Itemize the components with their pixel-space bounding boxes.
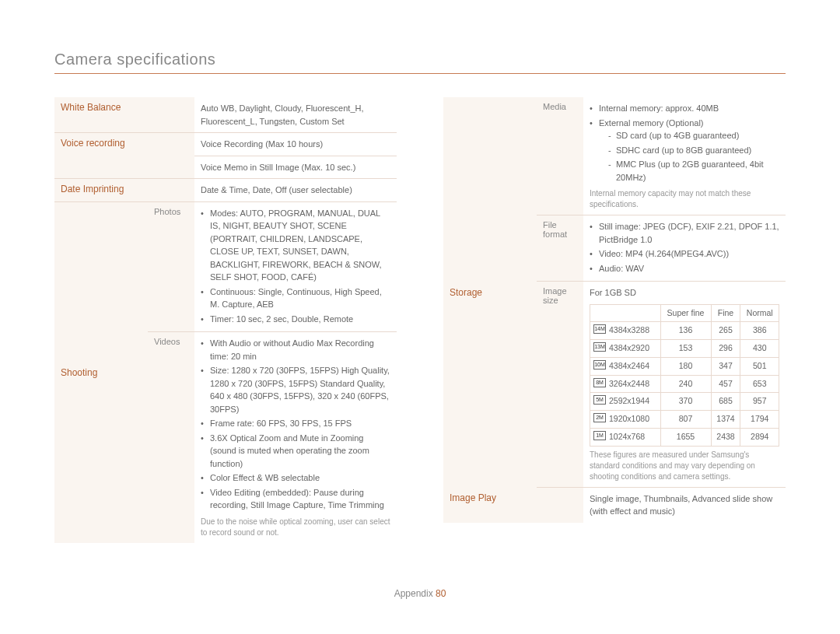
resolution-cell: 1M1024x768 [590, 428, 661, 446]
table-cell: 265 [711, 322, 740, 340]
image-play-label: Image Play [443, 487, 583, 523]
table-cell: 2438 [711, 428, 740, 446]
table-cell: 180 [660, 357, 711, 375]
white-balance-label: White Balance [54, 97, 194, 133]
table-cell: 457 [711, 375, 740, 393]
list-item: Video Editing (embedded): Pause during r… [201, 486, 390, 512]
storage-imagesize-value: For 1GB SD Super fineFineNormal14M4384x3… [583, 282, 786, 488]
shooting-photos-list: Modes: AUTO, PROGRAM, MANUAL, DUAL IS, N… [201, 207, 390, 326]
page-footer: Appendix 80 [0, 588, 840, 599]
table-cell: 240 [660, 375, 711, 393]
voice-recording-label: Voice recording [54, 133, 194, 179]
shooting-videos-value: With Audio or without Audio Max Recordin… [194, 332, 397, 543]
table-cell: 2894 [740, 428, 779, 446]
table-cell: 1794 [740, 411, 779, 429]
storage-imagesize-label: Image size [537, 282, 583, 488]
resolution-icon: 8M [593, 378, 606, 387]
white-balance-value: Auto WB, Daylight, Cloudy, Fluorescent_H… [194, 97, 397, 133]
list-item: 3.6X Optical Zoom and Mute in Zooming (s… [201, 432, 390, 471]
list-item: Continuous: Single, Continuous, High Spe… [201, 285, 390, 311]
storage-fileformat-list: Still image: JPEG (DCF), EXIF 2.21, DPOF… [590, 220, 779, 275]
table-cell: 430 [740, 340, 779, 358]
list-item: Modes: AUTO, PROGRAM, MANUAL, DUAL IS, N… [201, 207, 390, 284]
list-item: Audio: WAV [590, 262, 779, 275]
table-cell: 501 [740, 357, 779, 375]
specs-table-right: Storage Media Internal memory: approx. 4… [443, 97, 786, 523]
table-header-blank [590, 304, 661, 322]
imagesize-table: Super fineFineNormal14M4384x328813626538… [590, 304, 779, 447]
shooting-videos-footnote: Due to the noise while optical zooming, … [201, 513, 390, 538]
resolution-cell: 10M4384x2464 [590, 357, 661, 375]
resolution-icon: 1M [593, 431, 606, 440]
list-item: Internal memory: approx. 40MB [590, 102, 779, 115]
shooting-videos-label: Videos [148, 332, 194, 543]
table-cell: 136 [660, 322, 711, 340]
shooting-videos-list: With Audio or without Audio Max Recordin… [201, 337, 390, 512]
resolution-icon: 10M [593, 360, 606, 370]
specs-table-left: White Balance Auto WB, Daylight, Cloudy,… [54, 97, 397, 543]
resolution-icon: 5M [593, 395, 606, 405]
list-item: Frame rate: 60 FPS, 30 FPS, 15 FPS [201, 417, 390, 430]
table-cell: 653 [740, 375, 779, 393]
list-item: Video: MP4 (H.264(MPEG4.AVC)) [590, 247, 779, 261]
table-row: 14M4384x3288136265386 [590, 322, 779, 340]
table-cell: 1655 [660, 428, 711, 446]
list-item: With Audio or without Audio Max Recordin… [201, 337, 390, 363]
table-cell: 957 [740, 393, 779, 411]
storage-media-value: Internal memory: approx. 40MBExternal me… [583, 97, 786, 215]
left-column: White Balance Auto WB, Daylight, Cloudy,… [54, 97, 397, 543]
resolution-cell: 2M1920x1080 [590, 411, 661, 429]
list-item: SDHC card (up to 8GB guaranteed) [608, 144, 779, 157]
table-row: 13M4384x2920153296430 [590, 340, 779, 358]
storage-fileformat-value: Still image: JPEG (DCF), EXIF 2.21, DPOF… [583, 215, 786, 282]
shooting-photos-label: Photos [148, 201, 194, 332]
list-item: External memory (Optional)SD card (up to… [590, 117, 779, 184]
footer-label: Appendix [394, 588, 433, 599]
list-item: Color Effect & WB selectable [201, 471, 390, 485]
list-item: SD card (up to 4GB guaranteed) [608, 129, 779, 142]
table-cell: 386 [740, 322, 779, 340]
table-row: 1M1024x768165524382894 [590, 428, 779, 446]
image-play-value: Single image, Thumbnails, Advanced slide… [583, 487, 786, 523]
imagesize-header: For 1GB SD [590, 286, 779, 299]
table-cell: 370 [660, 393, 711, 411]
table-header: Normal [740, 304, 779, 322]
resolution-cell: 5M2592x1944 [590, 393, 661, 411]
storage-media-list: Internal memory: approx. 40MBExternal me… [590, 102, 779, 184]
table-cell: 1374 [711, 411, 740, 429]
list-item: MMC Plus (up to 2GB guaranteed, 4bit 20M… [608, 158, 779, 184]
storage-label: Storage [443, 97, 537, 487]
table-header: Super fine [660, 304, 711, 322]
table-cell: 347 [711, 357, 740, 375]
table-cell: 685 [711, 393, 740, 411]
list-item: Size: 1280 x 720 (30FPS, 15FPS) High Qua… [201, 364, 390, 415]
sub-list: SD card (up to 4GB guaranteed)SDHC card … [599, 129, 779, 184]
right-column: Storage Media Internal memory: approx. 4… [443, 97, 786, 543]
table-cell: 296 [711, 340, 740, 358]
table-row: 2M1920x108080713741794 [590, 411, 779, 429]
title-divider [54, 73, 786, 74]
date-imprinting-value: Date & Time, Date, Off (user selectable) [194, 179, 397, 202]
table-header: Fine [711, 304, 740, 322]
content-columns: White Balance Auto WB, Daylight, Cloudy,… [54, 97, 786, 543]
table-row: 8M3264x2448240457653 [590, 375, 779, 393]
resolution-icon: 13M [593, 342, 606, 352]
storage-fileformat-label: File format [537, 215, 583, 282]
shooting-label: Shooting [54, 201, 148, 543]
footer-page-number: 80 [436, 588, 446, 599]
imagesize-footnote: These figures are measured under Samsung… [590, 447, 779, 482]
resolution-cell: 13M4384x2920 [590, 340, 661, 358]
list-item: Still image: JPEG (DCF), EXIF 2.21, DPOF… [590, 220, 779, 246]
resolution-icon: 14M [593, 324, 606, 334]
table-row: 10M4384x2464180347501 [590, 357, 779, 375]
voice-recording-line2: Voice Memo in Still Image (Max. 10 sec.) [194, 156, 397, 179]
list-item: Timer: 10 sec, 2 sec, Double, Remote [201, 313, 390, 326]
resolution-cell: 14M4384x3288 [590, 322, 661, 340]
page-title: Camera specifications [54, 51, 215, 68]
table-cell: 153 [660, 340, 711, 358]
voice-recording-line1: Voice Recording (Max 10 hours) [194, 133, 397, 156]
storage-media-footnote: Internal memory capacity may not match t… [590, 185, 779, 210]
resolution-cell: 8M3264x2448 [590, 375, 661, 393]
table-cell: 807 [660, 411, 711, 429]
shooting-photos-value: Modes: AUTO, PROGRAM, MANUAL, DUAL IS, N… [194, 201, 397, 332]
